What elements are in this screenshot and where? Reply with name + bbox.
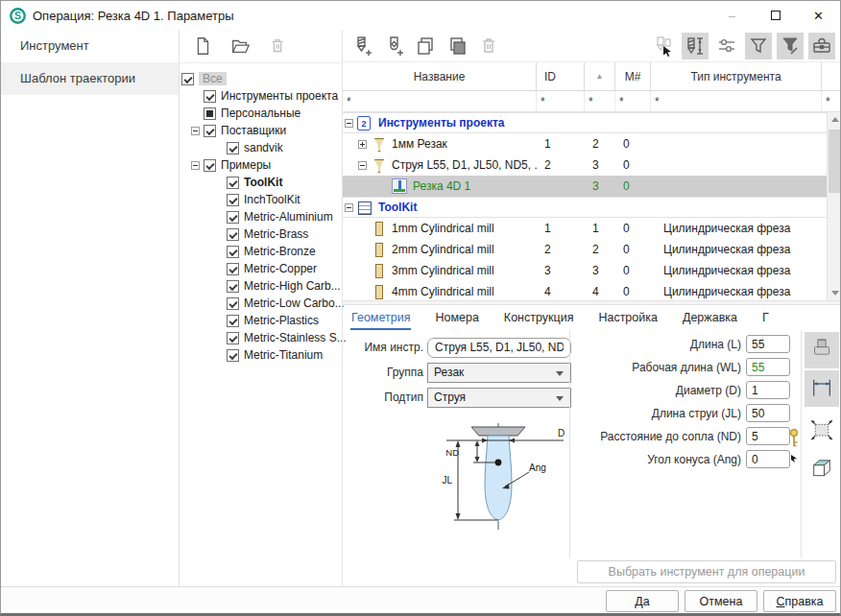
tree-expander[interactable] — [191, 161, 200, 170]
filter-cell[interactable]: * — [822, 91, 841, 111]
new-file-button[interactable] — [191, 35, 214, 58]
column-header-type[interactable]: Тип инструмента — [651, 62, 822, 90]
tree-item[interactable]: InchToolKit — [180, 191, 342, 208]
tree-item[interactable]: Metric-Copper — [180, 260, 342, 277]
filter-button[interactable] — [745, 33, 772, 59]
checkbox[interactable] — [181, 73, 194, 85]
parameter-input[interactable] — [746, 427, 790, 445]
checkbox[interactable] — [227, 315, 239, 327]
tree-item[interactable]: Metric-Brass — [180, 225, 342, 243]
filter-cell[interactable]: * — [585, 91, 615, 111]
table-row[interactable]: 1mm Cylindrical mill 1 1 0 Цилиндрическа… — [343, 218, 841, 239]
holder-view-button[interactable] — [805, 332, 839, 368]
ok-button[interactable]: Да — [606, 590, 679, 612]
tool-dimensions-button[interactable] — [682, 33, 709, 59]
checkbox[interactable] — [227, 280, 239, 293]
pick-tool-button[interactable] — [650, 33, 677, 59]
tree-item[interactable]: Metric-High Carb... — [180, 277, 342, 295]
row-expander[interactable] — [358, 140, 367, 149]
tree-item[interactable]: Metric-Titanium — [180, 346, 342, 364]
copy-tool-button[interactable] — [412, 33, 439, 59]
checkbox[interactable] — [227, 142, 239, 154]
column-header-sort[interactable]: ▲ — [585, 62, 615, 90]
filter-cell[interactable]: * — [343, 91, 537, 111]
row-expander[interactable] — [345, 203, 353, 212]
checkbox[interactable] — [204, 125, 216, 137]
checkbox[interactable] — [227, 349, 239, 362]
sidebar-item[interactable]: Инструмент — [1, 30, 179, 62]
checkbox[interactable] — [204, 90, 216, 103]
tree-item[interactable]: Примеры — [180, 156, 342, 174]
column-header-id[interactable]: ID — [537, 62, 585, 90]
tree-item[interactable]: Поставщики — [180, 122, 342, 139]
tree-item[interactable]: Metric-Stainless S... — [180, 329, 342, 346]
table-row[interactable]: ToolKit — [343, 197, 841, 218]
filter-cell[interactable]: * — [651, 91, 822, 111]
minimize-button[interactable]: – — [710, 1, 754, 30]
parameter-input[interactable] — [746, 358, 790, 376]
tree-item[interactable]: Metric-Bronze — [180, 243, 342, 260]
open-folder-button[interactable] — [228, 35, 252, 58]
tree-root[interactable]: Все — [180, 70, 342, 87]
sidebar-item[interactable]: Шаблон траектории — [1, 62, 179, 95]
checkbox[interactable] — [204, 107, 216, 120]
vertical-scrollbar[interactable] — [827, 112, 841, 300]
row-expander[interactable] — [345, 119, 353, 128]
tab[interactable]: Настройка — [597, 309, 659, 330]
row-expander[interactable] — [358, 161, 367, 170]
tab[interactable]: Г — [761, 309, 770, 330]
column-header-m[interactable]: M# — [615, 62, 651, 90]
checkbox[interactable] — [227, 194, 239, 206]
toolbox-button[interactable] — [808, 33, 835, 59]
delete-library-button[interactable] — [266, 35, 289, 58]
dimensions-view-button[interactable] — [805, 370, 839, 407]
scroll-down-button[interactable] — [828, 286, 841, 300]
tool-group-select[interactable]: Резак — [427, 363, 571, 383]
table-row[interactable]: 4mm Cylindrical mill 4 4 0 Цилиндрическа… — [343, 281, 841, 300]
tree-item[interactable]: Metric-Aluminium — [180, 208, 342, 225]
parameter-input[interactable] — [746, 381, 790, 399]
table-row[interactable]: 1мм Резак 1 2 0 — [343, 133, 841, 154]
tab[interactable]: Конструкция — [503, 309, 575, 330]
paste-tool-button[interactable] — [444, 33, 470, 59]
checkbox[interactable] — [227, 297, 239, 310]
checkbox[interactable] — [227, 177, 239, 189]
tree-item[interactable]: Персональные — [180, 105, 342, 122]
table-row[interactable]: Струя L55, D1, JL50, ND5, ... 2 3 0 — [343, 154, 841, 176]
delete-tool-button[interactable] — [475, 33, 502, 59]
checkbox[interactable] — [227, 263, 239, 275]
maximize-button[interactable] — [754, 1, 797, 30]
scrollbar-thumb[interactable] — [829, 130, 840, 193]
table-row[interactable]: Инструменты проекта — [343, 112, 841, 133]
checkbox[interactable] — [227, 228, 239, 241]
parameter-input[interactable] — [746, 450, 790, 468]
tree-item[interactable]: ToolKit — [180, 174, 342, 191]
column-header-name[interactable]: Название — [343, 62, 537, 90]
filter-edit-button[interactable] — [777, 33, 804, 59]
cancel-button[interactable]: Отмена — [685, 590, 757, 612]
select-tool-for-operation-button[interactable]: Выбрать инструмент для операции — [577, 560, 836, 583]
tree-item[interactable]: Инструменты проекта — [180, 87, 342, 105]
checkbox[interactable] — [227, 246, 239, 258]
view-options-button[interactable] — [713, 33, 740, 59]
filter-cell[interactable]: * — [615, 91, 651, 111]
mesh-view-button[interactable] — [805, 413, 839, 449]
table-row[interactable]: 2mm Cylindrical mill 2 2 0 Цилиндрическа… — [343, 239, 841, 260]
add-insert-button[interactable] — [380, 33, 407, 59]
tree-expander[interactable] — [191, 127, 200, 135]
scroll-up-button[interactable] — [828, 112, 841, 127]
filter-cell[interactable]: * — [537, 91, 585, 111]
close-button[interactable]: ✕ — [797, 1, 840, 30]
checkbox[interactable] — [204, 159, 216, 172]
cube-view-button[interactable] — [805, 451, 839, 487]
tree-item[interactable]: Metric-Plastics — [180, 312, 342, 329]
help-button[interactable]: Справка — [763, 590, 836, 612]
parameter-input[interactable] — [746, 335, 790, 353]
add-tool-button[interactable] — [348, 33, 375, 59]
tree-item[interactable]: Metric-Low Carbo... — [180, 295, 342, 312]
tab[interactable]: Номера — [434, 309, 479, 330]
tool-name-input[interactable] — [427, 338, 571, 358]
checkbox[interactable] — [227, 332, 239, 344]
table-row[interactable]: Резка 4D 1 3 0 — [343, 176, 841, 197]
parameter-input[interactable] — [746, 404, 790, 422]
